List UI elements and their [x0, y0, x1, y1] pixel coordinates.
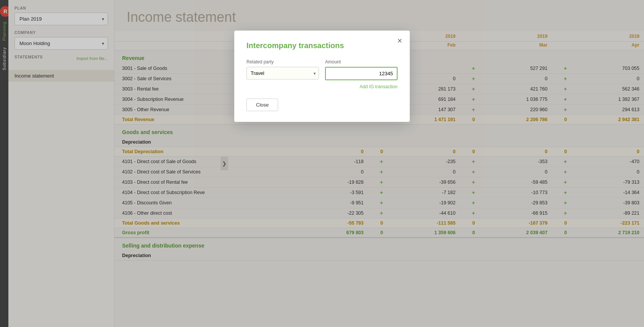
- amount-field: Amount Add IG transaction: [325, 59, 398, 89]
- related-party-label: Related party: [246, 59, 319, 65]
- related-party-field: Related party Travel ▾: [246, 59, 319, 79]
- modal-title: Intercompany transactions: [246, 41, 398, 50]
- modal-fields: Related party Travel ▾ Amount Add IG tra…: [246, 59, 398, 89]
- related-party-select[interactable]: Travel: [246, 67, 319, 79]
- amount-label: Amount: [325, 59, 398, 65]
- add-ig-link[interactable]: Add IG transaction: [325, 84, 398, 89]
- modal-overlay: Intercompany transactions × Related part…: [0, 0, 644, 327]
- amount-input[interactable]: [325, 67, 398, 80]
- related-party-select-wrapper[interactable]: Travel ▾: [246, 67, 319, 79]
- modal-actions: Close: [246, 99, 398, 111]
- intercompany-modal: Intercompany transactions × Related part…: [234, 31, 410, 122]
- modal-close-button[interactable]: ×: [397, 37, 402, 45]
- close-button[interactable]: Close: [246, 99, 278, 111]
